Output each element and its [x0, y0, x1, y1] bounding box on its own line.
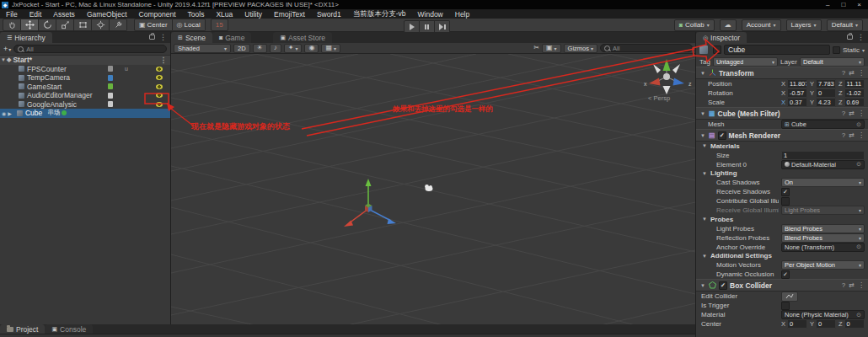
- menu-utility[interactable]: Utility: [238, 10, 268, 19]
- kebab-menu-icon[interactable]: ⋮: [858, 281, 865, 289]
- collab-button[interactable]: ◙ Collab ▾: [674, 19, 715, 31]
- step-button[interactable]: [435, 20, 450, 33]
- rotation-y-field[interactable]: 0: [816, 88, 836, 98]
- eye-toggle-icon[interactable]: [156, 84, 163, 89]
- snap-tool-button[interactable]: 15: [211, 19, 228, 31]
- account-button[interactable]: Account ▾: [742, 19, 781, 31]
- tag-dropdown[interactable]: Untagged▾: [713, 57, 778, 67]
- grid-settings-button[interactable]: ▦▾: [321, 44, 340, 53]
- tab-scene[interactable]: ⊞ Scene: [171, 32, 212, 43]
- gizmos-dropdown[interactable]: Gizmos▾: [564, 44, 597, 53]
- lighting-foldout[interactable]: ▼Lighting: [696, 169, 868, 179]
- scene-visibility-button[interactable]: ◉: [304, 44, 319, 53]
- eye-toggle-icon[interactable]: [156, 67, 163, 72]
- layout-button[interactable]: Default ▾: [827, 19, 863, 31]
- eye-toggle-icon[interactable]: [156, 102, 163, 107]
- toggle-2d-button[interactable]: 2D: [233, 44, 250, 53]
- mesh-object-field[interactable]: ⊞ Cube ⊙: [781, 120, 865, 129]
- contribute-gi-checkbox[interactable]: [781, 197, 790, 206]
- lock-icon[interactable]: [847, 35, 853, 40]
- scale-y-field[interactable]: 4.23: [816, 98, 836, 107]
- is-trigger-checkbox[interactable]: [781, 302, 790, 310]
- additional-settings-foldout[interactable]: ▼Additional Settings: [696, 252, 868, 261]
- materials-size-field[interactable]: 1: [781, 151, 865, 160]
- effects-dropdown-button[interactable]: ✦▾: [284, 44, 303, 53]
- tab-inspector[interactable]: ◎ Inspector: [696, 32, 747, 43]
- cloud-button[interactable]: ☁: [720, 19, 737, 31]
- active-checkbox[interactable]: [713, 45, 721, 54]
- mesh-renderer-component-header[interactable]: ▼ ▤ ✓ Mesh Renderer ?⇄⋮: [696, 129, 868, 142]
- help-icon[interactable]: ?: [842, 69, 845, 77]
- menu-window[interactable]: Window: [412, 10, 449, 19]
- element0-object-field[interactable]: Default-Material ⊙: [781, 160, 865, 169]
- mesh-filter-component-header[interactable]: ▼ ▦ Cube (Mesh Filter) ?⇄⋮: [696, 107, 868, 120]
- scene-search-input[interactable]: All: [600, 44, 693, 52]
- kebab-menu-icon[interactable]: ⋮: [160, 56, 168, 64]
- object-picker-icon[interactable]: ⊙: [856, 243, 861, 250]
- kebab-menu-icon[interactable]: ⋮: [858, 131, 865, 139]
- foldout-arrow-icon[interactable]: ▼: [699, 71, 706, 76]
- pickability-icon[interactable]: ▶: [8, 110, 12, 116]
- hierarchy-item-audioeditormanager[interactable]: AudioEditorManager: [0, 91, 170, 100]
- component-enabled-checkbox[interactable]: ✓: [719, 281, 727, 290]
- persp-label[interactable]: < Persp: [648, 94, 670, 102]
- help-icon[interactable]: ?: [842, 281, 845, 289]
- position-x-field[interactable]: 11.807: [787, 79, 807, 88]
- menu-tools[interactable]: Tools: [182, 10, 211, 19]
- eye-toggle-icon[interactable]: [156, 75, 163, 80]
- menu-sword1[interactable]: Sword1: [311, 10, 347, 19]
- center-y-field[interactable]: 0: [816, 319, 836, 329]
- cast-shadows-dropdown[interactable]: On▾: [781, 178, 865, 187]
- hierarchy-item-fpscounter[interactable]: FPSCounter u: [0, 65, 170, 74]
- hand-tool-button[interactable]: [3, 19, 21, 31]
- scene-visibility-icon[interactable]: ◉: [2, 110, 6, 116]
- menu-file[interactable]: File: [0, 10, 24, 19]
- hierarchy-item-gamestart[interactable]: GameStart: [0, 83, 170, 92]
- pause-button[interactable]: [420, 20, 435, 33]
- foldout-arrow-icon[interactable]: ▼: [699, 283, 706, 288]
- menu-help[interactable]: Help: [449, 10, 475, 19]
- move-tool-button[interactable]: [21, 19, 39, 31]
- kebab-menu-icon[interactable]: ⋮: [159, 33, 167, 41]
- anchor-override-field[interactable]: None (Transform) ⊙: [781, 243, 865, 252]
- maximize-button[interactable]: □: [841, 1, 845, 8]
- static-checkbox[interactable]: [833, 46, 840, 54]
- component-enabled-checkbox[interactable]: ✓: [718, 131, 726, 140]
- play-button[interactable]: [404, 20, 420, 33]
- materials-foldout[interactable]: ▼Materials: [696, 142, 868, 151]
- lighting-toggle-button[interactable]: ☀: [253, 44, 267, 53]
- center-z-field[interactable]: 0: [844, 319, 865, 329]
- object-picker-icon[interactable]: ⊙: [856, 312, 861, 318]
- menu-branch[interactable]: 当前版本分支-vb: [347, 9, 412, 19]
- minimize-button[interactable]: –: [826, 1, 829, 8]
- hierarchy-item-googleanalysic[interactable]: GoogleAnalysic: [0, 100, 170, 110]
- scene-camera-dropdown[interactable]: ▣▾: [542, 44, 561, 53]
- menu-assets[interactable]: Assets: [47, 10, 81, 19]
- audio-toggle-button[interactable]: ♪: [270, 44, 281, 53]
- transform-component-header[interactable]: ▼ Transform ?⇄⋮: [696, 67, 868, 79]
- menu-emojitext[interactable]: EmojiText: [268, 10, 311, 19]
- hierarchy-search-input[interactable]: All: [13, 45, 167, 53]
- foldout-arrow-icon[interactable]: ▼: [0, 57, 7, 62]
- preset-icon[interactable]: ⇄: [849, 110, 855, 117]
- position-z-field[interactable]: 11.11: [844, 79, 865, 88]
- rect-tool-button[interactable]: [74, 19, 92, 31]
- scale-z-field[interactable]: 0.69: [844, 98, 865, 107]
- rotation-z-field[interactable]: -1.02: [844, 88, 865, 98]
- layer-dropdown[interactable]: Default▾: [800, 57, 865, 67]
- custom-tool-button[interactable]: [110, 19, 127, 31]
- reflection-probes-dropdown[interactable]: Blend Probes▾: [781, 233, 865, 243]
- static-dropdown-icon[interactable]: ▾: [862, 47, 865, 53]
- lock-icon[interactable]: [149, 35, 155, 40]
- tab-console[interactable]: ▣ Console: [45, 324, 93, 334]
- kebab-menu-icon[interactable]: ⋮: [857, 33, 865, 41]
- scene-viewport[interactable]: x z < Persp: [171, 54, 695, 325]
- position-y-field[interactable]: 7.783: [816, 79, 836, 88]
- receive-shadows-checkbox[interactable]: ✓: [781, 188, 790, 196]
- eye-toggle-icon[interactable]: [156, 93, 163, 98]
- tab-hierarchy[interactable]: ☰ Hierarchy: [0, 32, 52, 43]
- tab-project[interactable]: Project: [0, 324, 45, 334]
- rotation-x-field[interactable]: -0.57: [787, 88, 807, 98]
- help-icon[interactable]: ?: [842, 110, 845, 117]
- object-picker-icon[interactable]: ⊙: [856, 121, 861, 128]
